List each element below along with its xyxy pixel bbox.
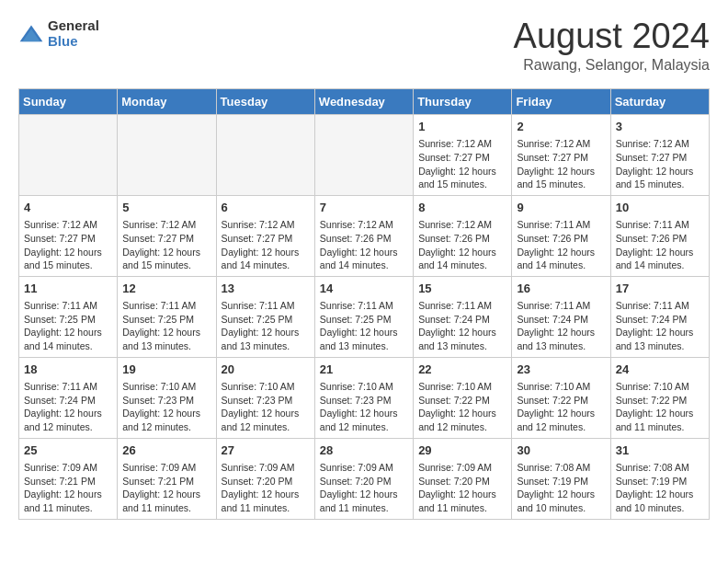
day-info: Sunrise: 7:12 AMSunset: 7:27 PMDaylight:… xyxy=(616,138,694,190)
day-info: Sunrise: 7:12 AMSunset: 7:26 PMDaylight:… xyxy=(320,219,398,270)
calendar-cell: 16Sunrise: 7:11 AMSunset: 7:24 PMDayligh… xyxy=(512,276,610,357)
calendar-cell: 12Sunrise: 7:11 AMSunset: 7:25 PMDayligh… xyxy=(118,276,216,357)
day-number: 5 xyxy=(122,200,210,216)
calendar-cell: 26Sunrise: 7:09 AMSunset: 7:21 PMDayligh… xyxy=(118,438,216,519)
logo-general: General xyxy=(48,18,99,34)
calendar-cell: 27Sunrise: 7:09 AMSunset: 7:20 PMDayligh… xyxy=(216,438,314,519)
day-info: Sunrise: 7:12 AMSunset: 7:27 PMDaylight:… xyxy=(24,219,102,270)
page-header: General Blue August 2024 Rawang, Selango… xyxy=(18,18,710,74)
day-info: Sunrise: 7:11 AMSunset: 7:25 PMDaylight:… xyxy=(122,300,200,351)
week-row-3: 11Sunrise: 7:11 AMSunset: 7:25 PMDayligh… xyxy=(19,276,710,357)
calendar-cell: 31Sunrise: 7:08 AMSunset: 7:19 PMDayligh… xyxy=(610,438,709,519)
week-row-4: 18Sunrise: 7:11 AMSunset: 7:24 PMDayligh… xyxy=(19,357,710,438)
day-number: 21 xyxy=(320,362,408,378)
day-info: Sunrise: 7:11 AMSunset: 7:24 PMDaylight:… xyxy=(418,300,496,351)
day-number: 19 xyxy=(122,362,210,378)
day-info: Sunrise: 7:09 AMSunset: 7:20 PMDaylight:… xyxy=(320,462,398,513)
calendar-cell: 3Sunrise: 7:12 AMSunset: 7:27 PMDaylight… xyxy=(610,115,709,196)
calendar-cell xyxy=(118,115,216,196)
header-tuesday: Tuesday xyxy=(216,89,314,115)
day-info: Sunrise: 7:10 AMSunset: 7:23 PMDaylight:… xyxy=(320,381,398,432)
day-number: 10 xyxy=(616,200,704,216)
calendar-cell xyxy=(19,115,118,196)
day-number: 4 xyxy=(24,200,112,216)
day-info: Sunrise: 7:09 AMSunset: 7:21 PMDaylight:… xyxy=(24,462,102,513)
day-info: Sunrise: 7:11 AMSunset: 7:24 PMDaylight:… xyxy=(24,381,102,432)
day-number: 8 xyxy=(418,200,506,216)
calendar-cell: 10Sunrise: 7:11 AMSunset: 7:26 PMDayligh… xyxy=(610,195,709,276)
calendar-cell: 5Sunrise: 7:12 AMSunset: 7:27 PMDaylight… xyxy=(118,195,216,276)
calendar-cell: 22Sunrise: 7:10 AMSunset: 7:22 PMDayligh… xyxy=(414,357,512,438)
calendar-cell: 11Sunrise: 7:11 AMSunset: 7:25 PMDayligh… xyxy=(19,276,118,357)
header-monday: Monday xyxy=(118,89,216,115)
logo: General Blue xyxy=(18,18,99,49)
day-number: 13 xyxy=(222,281,310,297)
header-thursday: Thursday xyxy=(414,89,512,115)
day-info: Sunrise: 7:09 AMSunset: 7:20 PMDaylight:… xyxy=(222,462,300,513)
calendar-cell: 15Sunrise: 7:11 AMSunset: 7:24 PMDayligh… xyxy=(414,276,512,357)
calendar-cell: 30Sunrise: 7:08 AMSunset: 7:19 PMDayligh… xyxy=(512,438,610,519)
day-number: 25 xyxy=(24,442,112,459)
week-row-1: 1Sunrise: 7:12 AMSunset: 7:27 PMDaylight… xyxy=(19,115,710,196)
day-info: Sunrise: 7:11 AMSunset: 7:24 PMDaylight:… xyxy=(517,300,595,351)
day-number: 6 xyxy=(222,200,310,216)
title-block: August 2024 Rawang, Selangor, Malaysia xyxy=(514,18,710,74)
day-number: 30 xyxy=(517,442,605,459)
header-wednesday: Wednesday xyxy=(314,89,413,115)
calendar-cell: 25Sunrise: 7:09 AMSunset: 7:21 PMDayligh… xyxy=(19,438,118,519)
header-sunday: Sunday xyxy=(19,89,118,115)
day-info: Sunrise: 7:08 AMSunset: 7:19 PMDaylight:… xyxy=(517,462,595,513)
day-number: 31 xyxy=(616,442,704,459)
day-info: Sunrise: 7:11 AMSunset: 7:25 PMDaylight:… xyxy=(320,300,398,351)
calendar-cell: 7Sunrise: 7:12 AMSunset: 7:26 PMDaylight… xyxy=(314,195,413,276)
day-number: 29 xyxy=(418,442,506,459)
day-info: Sunrise: 7:10 AMSunset: 7:23 PMDaylight:… xyxy=(222,381,300,432)
day-number: 28 xyxy=(320,442,408,459)
day-number: 11 xyxy=(24,281,112,297)
day-number: 22 xyxy=(418,362,506,378)
calendar-table: SundayMondayTuesdayWednesdayThursdayFrid… xyxy=(18,88,710,520)
calendar-cell: 2Sunrise: 7:12 AMSunset: 7:27 PMDaylight… xyxy=(512,115,610,196)
calendar-cell: 24Sunrise: 7:10 AMSunset: 7:22 PMDayligh… xyxy=(610,357,709,438)
day-info: Sunrise: 7:10 AMSunset: 7:23 PMDaylight:… xyxy=(122,381,200,432)
day-info: Sunrise: 7:12 AMSunset: 7:27 PMDaylight:… xyxy=(517,138,595,190)
day-number: 7 xyxy=(320,200,408,216)
day-info: Sunrise: 7:11 AMSunset: 7:24 PMDaylight:… xyxy=(616,300,694,351)
day-number: 26 xyxy=(122,442,210,459)
calendar-cell: 20Sunrise: 7:10 AMSunset: 7:23 PMDayligh… xyxy=(216,357,314,438)
calendar-cell: 14Sunrise: 7:11 AMSunset: 7:25 PMDayligh… xyxy=(314,276,413,357)
day-info: Sunrise: 7:11 AMSunset: 7:25 PMDaylight:… xyxy=(222,300,300,351)
calendar-cell: 18Sunrise: 7:11 AMSunset: 7:24 PMDayligh… xyxy=(19,357,118,438)
day-number: 2 xyxy=(517,119,605,135)
location-subtitle: Rawang, Selangor, Malaysia xyxy=(514,57,710,74)
day-number: 20 xyxy=(222,362,310,378)
calendar-cell xyxy=(314,115,413,196)
calendar-cell: 9Sunrise: 7:11 AMSunset: 7:26 PMDaylight… xyxy=(512,195,610,276)
day-info: Sunrise: 7:11 AMSunset: 7:26 PMDaylight:… xyxy=(517,219,595,270)
calendar-cell: 17Sunrise: 7:11 AMSunset: 7:24 PMDayligh… xyxy=(610,276,709,357)
day-number: 17 xyxy=(616,281,704,297)
day-info: Sunrise: 7:11 AMSunset: 7:26 PMDaylight:… xyxy=(616,219,694,270)
calendar-cell: 28Sunrise: 7:09 AMSunset: 7:20 PMDayligh… xyxy=(314,438,413,519)
day-number: 24 xyxy=(616,362,704,378)
day-number: 1 xyxy=(418,119,506,135)
day-info: Sunrise: 7:08 AMSunset: 7:19 PMDaylight:… xyxy=(616,462,694,513)
calendar-cell: 4Sunrise: 7:12 AMSunset: 7:27 PMDaylight… xyxy=(19,195,118,276)
day-number: 27 xyxy=(222,442,310,459)
day-info: Sunrise: 7:12 AMSunset: 7:27 PMDaylight:… xyxy=(418,138,496,190)
calendar-cell xyxy=(216,115,314,196)
day-info: Sunrise: 7:10 AMSunset: 7:22 PMDaylight:… xyxy=(418,381,496,432)
day-number: 12 xyxy=(122,281,210,297)
calendar-cell: 8Sunrise: 7:12 AMSunset: 7:26 PMDaylight… xyxy=(414,195,512,276)
day-info: Sunrise: 7:10 AMSunset: 7:22 PMDaylight:… xyxy=(517,381,595,432)
header-friday: Friday xyxy=(512,89,610,115)
day-number: 16 xyxy=(517,281,605,297)
calendar-cell: 29Sunrise: 7:09 AMSunset: 7:20 PMDayligh… xyxy=(414,438,512,519)
calendar-cell: 6Sunrise: 7:12 AMSunset: 7:27 PMDaylight… xyxy=(216,195,314,276)
calendar-cell: 13Sunrise: 7:11 AMSunset: 7:25 PMDayligh… xyxy=(216,276,314,357)
calendar-cell: 19Sunrise: 7:10 AMSunset: 7:23 PMDayligh… xyxy=(118,357,216,438)
day-number: 23 xyxy=(517,362,605,378)
day-number: 15 xyxy=(418,281,506,297)
logo-blue: Blue xyxy=(48,34,99,50)
day-info: Sunrise: 7:12 AMSunset: 7:27 PMDaylight:… xyxy=(222,219,300,270)
